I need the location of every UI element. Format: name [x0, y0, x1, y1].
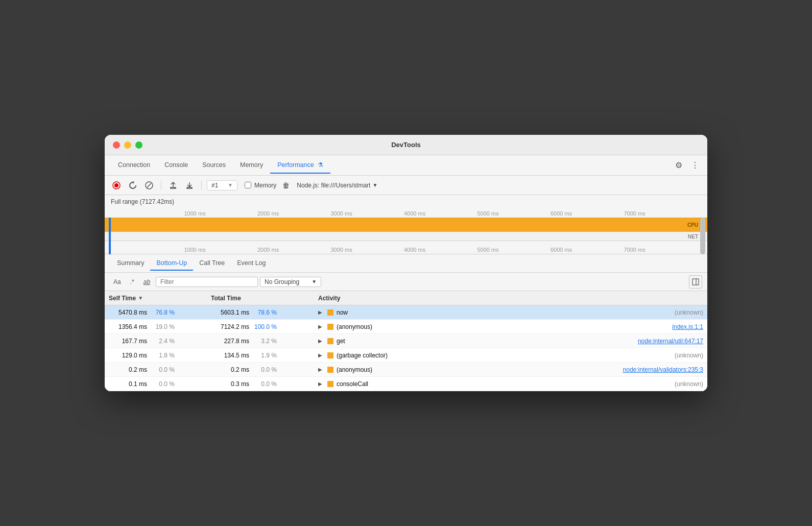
filter-input[interactable]: [156, 277, 258, 287]
cell-activity-4: ▶ (anonymous) node:internal/validators:2…: [314, 366, 707, 373]
toolbar: #1 ▼ Memory 🗑 Node.js: file:///Users/stm…: [105, 176, 707, 195]
cell-self-time-4: 0.2 ms 0.0 %: [105, 366, 207, 373]
clear-button[interactable]: [142, 179, 156, 192]
ruler-4000: 4000 ms: [404, 210, 477, 217]
col-header-total-time[interactable]: Total Time: [207, 295, 314, 302]
performance-icon: ⚗: [318, 161, 323, 169]
panel-toggle-button[interactable]: [689, 275, 702, 289]
color-dot-2: [327, 338, 333, 344]
maximize-button[interactable]: [135, 141, 142, 149]
expand-arrow-3[interactable]: ▶: [318, 352, 324, 358]
traffic-lights: [113, 141, 142, 149]
download-icon: [185, 181, 194, 189]
tab-call-tree[interactable]: Call Tree: [193, 256, 231, 271]
settings-button[interactable]: ⚙: [673, 159, 685, 172]
table-row[interactable]: 0.2 ms 0.0 % 0.2 ms 0.0 % ▶ (anonymous) …: [105, 363, 707, 377]
cell-total-time-4: 0.2 ms 0.0 %: [207, 366, 314, 373]
cell-activity-2: ▶ get node:internal/util:647:17: [314, 338, 707, 345]
toolbar-divider-1: [161, 181, 161, 190]
range-bar: Full range (7127.42ms): [105, 195, 707, 206]
upload-icon: [169, 181, 177, 189]
garbage-collect-button[interactable]: 🗑: [282, 181, 290, 189]
cell-self-time-0: 5470.8 ms 76.8 %: [105, 309, 207, 316]
timeline-left-edge: [109, 218, 111, 254]
profile-selector[interactable]: #1 ▼: [207, 180, 237, 190]
tab-sources[interactable]: Sources: [195, 157, 233, 174]
ruler-b-4000: 4000 ms: [404, 247, 477, 253]
nav-actions: ⚙ ⋮: [673, 159, 701, 172]
tab-bottom-up[interactable]: Bottom-Up: [150, 256, 193, 271]
more-button[interactable]: ⋮: [689, 159, 701, 172]
color-dot-0: [327, 309, 333, 316]
color-dot-4: [327, 367, 333, 373]
color-dot-5: [327, 381, 333, 387]
data-table: Self Time ▼ Total Time Activity 5470.8 m…: [105, 291, 707, 391]
tab-console[interactable]: Console: [157, 157, 195, 174]
expand-arrow-5[interactable]: ▶: [318, 381, 324, 387]
svg-line-3: [147, 183, 151, 187]
tab-connection[interactable]: Connection: [111, 157, 157, 174]
devtools-window: DevTools Connection Console Sources Memo…: [105, 135, 707, 391]
table-row[interactable]: 5470.8 ms 76.8 % 5603.1 ms 78.6 % ▶ now …: [105, 305, 707, 320]
ruler-2000: 2000 ms: [257, 210, 331, 217]
cell-total-time-2: 227.8 ms 3.2 %: [207, 338, 314, 345]
memory-checkbox-group: Memory 🗑: [245, 181, 290, 189]
reload-profile-button[interactable]: [126, 179, 139, 192]
expand-arrow-2[interactable]: ▶: [318, 338, 324, 344]
record-icon: [112, 181, 121, 189]
col-header-activity[interactable]: Activity: [314, 295, 707, 302]
tab-summary[interactable]: Summary: [111, 256, 150, 271]
grouping-select[interactable]: No Grouping ▼: [260, 277, 321, 287]
table-row[interactable]: 1356.4 ms 19.0 % 7124.2 ms 100.0 % ▶ (an…: [105, 320, 707, 334]
tab-memory[interactable]: Memory: [233, 157, 270, 174]
cell-activity-5: ▶ consoleCall (unknown): [314, 380, 707, 388]
expand-arrow-4[interactable]: ▶: [318, 367, 324, 372]
timeline-ruler-bottom: 1000 ms 2000 ms 3000 ms 4000 ms 5000 ms …: [105, 241, 707, 254]
target-dropdown-icon: ▼: [372, 182, 377, 188]
cell-total-time-5: 0.3 ms 0.0 %: [207, 380, 314, 388]
tab-performance[interactable]: Performance ⚗: [270, 157, 330, 174]
filter-bar: Aa .* ab No Grouping ▼: [105, 273, 707, 291]
cell-self-time-1: 1356.4 ms 19.0 %: [105, 323, 207, 330]
tab-event-log[interactable]: Event Log: [231, 256, 272, 271]
cell-activity-1: ▶ (anonymous) index.js:1:1: [314, 323, 707, 330]
target-selector[interactable]: Node.js: file:///Users/stmart ▼: [297, 182, 377, 189]
net-label: NET: [688, 233, 698, 239]
table-row[interactable]: 129.0 ms 1.8 % 134.5 ms 1.9 % ▶ (garbage…: [105, 348, 707, 363]
timeline-ruler-top: 1000 ms 2000 ms 3000 ms 4000 ms 5000 ms …: [105, 206, 707, 218]
download-button[interactable]: [183, 179, 196, 192]
ruler-b-6000: 6000 ms: [551, 247, 624, 253]
clear-icon: [145, 181, 153, 189]
minimize-button[interactable]: [124, 141, 131, 149]
ruler-6000: 6000 ms: [551, 210, 624, 217]
cell-self-time-5: 0.1 ms 0.0 %: [105, 380, 207, 388]
nav-tabs: Connection Console Sources Memory Perfor…: [111, 157, 673, 174]
match-case-button[interactable]: Aa: [110, 277, 125, 287]
svg-rect-4: [692, 279, 699, 285]
color-dot-1: [327, 324, 333, 330]
cell-total-time-1: 7124.2 ms 100.0 %: [207, 323, 314, 330]
reload-icon: [129, 181, 137, 189]
col-header-self-time[interactable]: Self Time ▼: [105, 295, 207, 302]
ruler-b-2000: 2000 ms: [257, 247, 331, 253]
cell-total-time-0: 5603.1 ms 78.6 %: [207, 309, 314, 316]
net-track: NET: [105, 232, 707, 241]
whole-word-button[interactable]: ab: [140, 277, 154, 287]
regex-button[interactable]: .*: [127, 277, 138, 287]
nav-bar: Connection Console Sources Memory Perfor…: [105, 155, 707, 176]
table-row[interactable]: 167.7 ms 2.4 % 227.8 ms 3.2 % ▶ get node…: [105, 334, 707, 348]
expand-arrow-1[interactable]: ▶: [318, 324, 324, 329]
timeline-scrollbar[interactable]: [700, 218, 705, 254]
upload-button[interactable]: [166, 179, 180, 192]
ruler-3000: 3000 ms: [331, 210, 404, 217]
cell-self-time-2: 167.7 ms 2.4 %: [105, 338, 207, 345]
svg-point-1: [114, 183, 118, 187]
expand-arrow-0[interactable]: ▶: [318, 309, 324, 315]
cell-self-time-3: 129.0 ms 1.8 %: [105, 352, 207, 359]
memory-checkbox[interactable]: [245, 182, 251, 188]
record-button[interactable]: [110, 179, 123, 192]
table-row[interactable]: 0.1 ms 0.0 % 0.3 ms 0.0 % ▶ consoleCall …: [105, 377, 707, 391]
profile-dropdown-icon: ▼: [228, 182, 233, 188]
color-dot-3: [327, 352, 333, 358]
close-button[interactable]: [113, 141, 120, 149]
